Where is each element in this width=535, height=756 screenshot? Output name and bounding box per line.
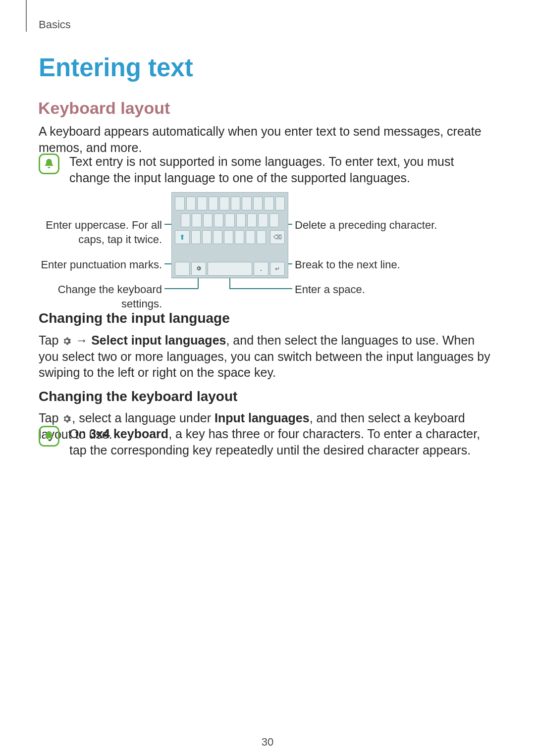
enter-key-icon: ↵ bbox=[270, 262, 285, 276]
settings-key-icon bbox=[191, 262, 206, 276]
callout-uppercase: Enter uppercase. For all caps, tap it tw… bbox=[37, 218, 162, 247]
text: Tap bbox=[39, 333, 62, 347]
keyboard-figure: Enter uppercase. For all caps, tap it tw… bbox=[37, 192, 498, 301]
text: On bbox=[69, 427, 89, 441]
note-bell-icon bbox=[39, 426, 59, 447]
callout-space: Enter a space. bbox=[295, 283, 365, 297]
callout-settings: Change the keyboard settings. bbox=[37, 283, 162, 311]
note-bell-icon bbox=[39, 153, 59, 174]
callout-punctuation: Enter punctuation marks. bbox=[37, 258, 162, 272]
section-heading-keyboard-layout: Keyboard layout bbox=[38, 97, 170, 119]
text: Tap bbox=[39, 411, 62, 425]
page-number: 30 bbox=[0, 735, 535, 750]
gear-icon bbox=[62, 414, 72, 424]
breadcrumb: Basics bbox=[39, 18, 71, 32]
symbol-key-icon bbox=[175, 262, 190, 276]
note-text: Text entry is not supported in some lang… bbox=[69, 153, 496, 186]
text: → bbox=[72, 333, 91, 347]
shift-key-icon: ⬆ bbox=[175, 230, 190, 244]
bold-label: 3x4 keyboard bbox=[89, 427, 168, 441]
text: , select a language under bbox=[72, 411, 214, 425]
bold-label: Select input languages bbox=[91, 333, 226, 347]
subheading-keyboard-layout: Changing the keyboard layout bbox=[39, 388, 237, 405]
subheading-input-language: Changing the input language bbox=[39, 309, 230, 327]
callout-nextline: Break to the next line. bbox=[295, 258, 400, 272]
period-key-icon: . bbox=[254, 262, 268, 276]
note-text: On 3x4 keyboard, a key has three or four… bbox=[69, 426, 496, 458]
backspace-key-icon: ⌫ bbox=[270, 230, 285, 244]
header-rule bbox=[26, 0, 27, 32]
space-key-icon bbox=[208, 262, 252, 276]
keyboard-illustration: ⬆ ⌫ . ↵ bbox=[171, 192, 288, 278]
bold-label: Input languages bbox=[214, 411, 310, 425]
section-body: A keyboard appears automatically when yo… bbox=[39, 123, 496, 155]
callout-delete: Delete a preceding character. bbox=[295, 218, 437, 233]
page-title: Entering text bbox=[39, 51, 193, 84]
paragraph-input-language: Tap → Select input languages, and then s… bbox=[39, 332, 496, 381]
gear-icon bbox=[62, 336, 72, 346]
